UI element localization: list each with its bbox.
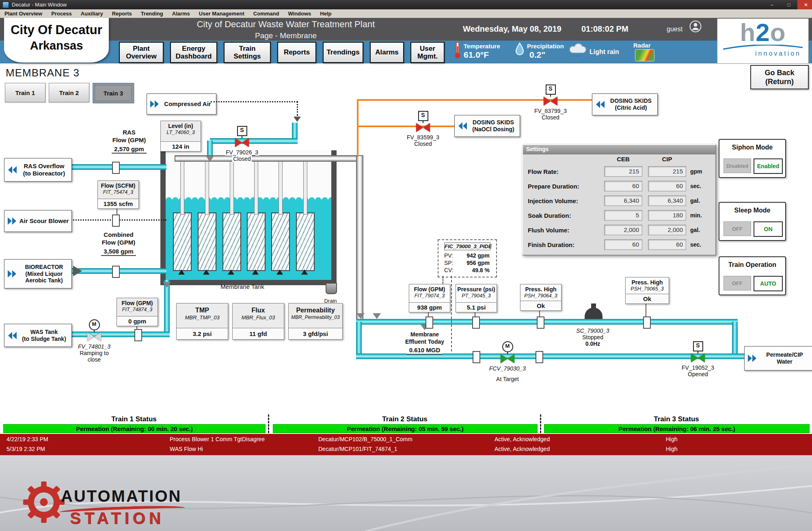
perm-flow-instrument[interactable] — [425, 316, 433, 329]
maximize-button[interactable]: □ — [780, 0, 797, 9]
tab-train-1[interactable]: Train 1 — [5, 83, 45, 102]
menu-command[interactable]: Command — [249, 10, 284, 17]
was-flow-indicator[interactable]: Flow (GPM) FIT_74874_3 0 gpm — [117, 298, 158, 326]
sleep-on-button[interactable]: ON — [754, 221, 783, 237]
plant-title: City of Decatur Waste Water Treatment Pl… — [123, 19, 448, 30]
perm-pressure-tag: PT_79045_3 — [456, 293, 497, 302]
train-auto-button[interactable]: AUTO — [754, 276, 783, 291]
valve-body-icon — [501, 354, 514, 363]
psh79064-instrument[interactable] — [537, 316, 544, 329]
dosing-naocl-button[interactable]: DOSING SKIDS(NaOCl Dosing) — [454, 115, 520, 137]
go-back-line1: Go Back — [764, 68, 794, 78]
alarm-tag: Decatur/MCP101/FIT_74874_1 — [318, 446, 397, 452]
valve-fv79026[interactable]: S FV_79026_3 Closed — [230, 126, 254, 162]
user-icon[interactable] — [689, 20, 702, 34]
ceb-prepare-duration-field[interactable]: 60 — [604, 181, 642, 191]
go-back-button[interactable]: Go Back (Return) — [750, 65, 809, 89]
time-label: 01:08:02 PM — [581, 24, 628, 34]
valve-fv83799[interactable]: S FV_83799_3 Closed — [536, 85, 565, 121]
permeate-cip-water-button[interactable]: Permeate/CIPWater — [744, 346, 812, 371]
valve-fcv79030[interactable]: M FCV_79030_3 At Target — [491, 341, 524, 382]
ras-overflow-button[interactable]: RAS Overflow(to Bioreactor) — [4, 158, 72, 182]
vacuum-breaker-icon — [373, 313, 381, 319]
valve-fv83599[interactable]: S FV_83599_3 Closed — [408, 111, 438, 147]
perm-pressure-instrument[interactable] — [472, 316, 480, 329]
nav-train-settings[interactable]: Train Settings — [224, 42, 271, 63]
cip-finish-duration-field[interactable]: 60 — [648, 239, 686, 250]
minimize-button[interactable]: – — [763, 0, 780, 9]
cip-flow-rate-field[interactable]: 215 — [648, 166, 686, 177]
air-scour-blower-button[interactable]: Air Scour Blower — [4, 210, 72, 232]
menu-help[interactable]: Help — [315, 10, 336, 17]
ras-flow-instrument[interactable] — [112, 162, 120, 174]
permeate-header-pipe — [175, 155, 363, 162]
fic-controller[interactable]: FIC_79000_3_PIDE PV:942 gpm SP:956 gpm C… — [438, 239, 497, 277]
ceb-soak-duration-field[interactable]: 5 — [604, 210, 642, 221]
ceb-injection-volume-field[interactable]: 6,340 — [604, 195, 642, 206]
cip-injection-volume-field[interactable]: 6,340 — [648, 195, 686, 206]
chevron-right-icon — [7, 217, 17, 225]
ras-flow-readout[interactable]: RAS Flow (GPM) 2,570 gpm — [105, 128, 153, 154]
perm-pressure-indicator[interactable]: Pressure (psi) PT_79045_3 5.1 psi — [456, 284, 497, 312]
dosing-citric-button[interactable]: DOSING SKIDS(Citric Acid) — [592, 93, 658, 115]
motor-actuator-icon: M — [502, 341, 513, 352]
tab-train-3[interactable]: Train 3 — [93, 83, 134, 103]
bioreactor-button[interactable]: BIOREACTOR(Mixed LiquorAerobic Tank) — [4, 259, 72, 288]
nav-reports[interactable]: Reports — [277, 42, 316, 63]
lower-line-instrument[interactable] — [536, 351, 543, 363]
tmp-indicator[interactable]: TMP MBR_TMP_03 3.2 psi — [176, 303, 228, 340]
siphon-enabled-button[interactable]: Enabled — [754, 158, 783, 174]
air-scour-arrow-icon — [276, 269, 283, 275]
menu-process[interactable]: Process — [47, 10, 76, 17]
close-button[interactable]: ✕ — [797, 0, 812, 9]
menu-trending[interactable]: Trending — [136, 10, 168, 17]
nav-plant-overview[interactable]: Plant Overview — [119, 42, 164, 63]
lower-line-instrument[interactable] — [473, 351, 480, 363]
menu-user-management[interactable]: User Management — [194, 10, 249, 17]
siphon-mode-title: Siphon Mode — [719, 140, 785, 151]
ceb-flush-volume-field[interactable]: 2,000 — [604, 225, 642, 235]
air-flow-instrument[interactable] — [112, 215, 120, 227]
air-scour-arrow-icon — [252, 269, 259, 275]
permeability-indicator[interactable]: Permeability MBR_Permeability_03 3 gfd/p… — [288, 303, 343, 340]
sleep-off-button[interactable]: OFF — [723, 221, 751, 236]
valve-fv74801[interactable]: M FV_74801_3 Ramping to close — [80, 319, 109, 363]
nav-alarms[interactable]: Alarms — [370, 42, 404, 63]
air-flow-indicator[interactable]: Flow (SCFM) FIT_75474_3 1355 scfm — [97, 180, 139, 209]
train-off-button[interactable]: OFF — [723, 276, 751, 290]
tab-train-2[interactable]: Train 2 — [49, 83, 89, 102]
cip-flush-volume-field[interactable]: 2,000 — [648, 225, 686, 235]
cip-prepare-duration-field[interactable]: 60 — [648, 181, 686, 191]
ceb-finish-duration-field[interactable]: 60 — [604, 239, 642, 250]
was-tank-button[interactable]: WAS Tank(to Sludge Tank) — [4, 324, 72, 347]
nav-user-mgmt[interactable]: User Mgmt. — [410, 42, 445, 63]
compressed-air-button[interactable]: Compressed Air — [147, 93, 216, 115]
h2o-innovation-logo: h2o innovation — [717, 18, 809, 64]
level-indicator[interactable]: Level (in) LT_74060_3 124 in — [160, 121, 201, 152]
menu-windows[interactable]: Windows — [283, 10, 315, 17]
psh79065-instrument[interactable] — [643, 316, 651, 329]
combined-flow-instrument[interactable] — [112, 266, 120, 278]
page-subtitle: Page - Membrane — [123, 31, 448, 40]
membrane-module — [173, 212, 192, 271]
riser-pipe — [279, 161, 283, 215]
valve-fv19052[interactable]: S FV_19052_3 Opened — [683, 341, 713, 377]
pump-sc79000[interactable] — [585, 308, 603, 319]
menu-reports[interactable]: Reports — [108, 10, 136, 17]
perm-flow-indicator[interactable]: Flow (GPM) FIT_79074_3 938 gpm — [409, 284, 450, 312]
flux-indicator[interactable]: Flux MBR_Flux_03 11 gfd — [232, 303, 284, 340]
psh79064-indicator[interactable]: Press. High PSH_79064_3 Ok — [520, 284, 561, 311]
nav-energy-dashboard[interactable]: Energy Dashboard — [170, 42, 217, 63]
siphon-disabled-button[interactable]: Disabled — [723, 158, 751, 173]
ceb-flow-rate-field[interactable]: 215 — [604, 166, 642, 177]
cip-soak-duration-field[interactable]: 180 — [648, 210, 686, 221]
effluent-readout[interactable]: Membrane Effluent Today 0.610 MGD — [400, 331, 449, 355]
menu-auxiliary[interactable]: Auxiliary — [76, 10, 108, 17]
radar-icon[interactable] — [635, 49, 654, 61]
nav-trendings[interactable]: Trendings — [323, 42, 363, 63]
psh79065-indicator[interactable]: Press. High PSH_79065_3 Ok — [625, 277, 669, 304]
menu-alarms[interactable]: Alarms — [168, 10, 194, 17]
was-flow-instrument[interactable] — [134, 329, 142, 341]
menu-plant-overview[interactable]: Plant Overview — [0, 10, 47, 17]
combined-flow-readout[interactable]: Combined Flow (GPM) 3,508 gpm — [94, 231, 143, 256]
